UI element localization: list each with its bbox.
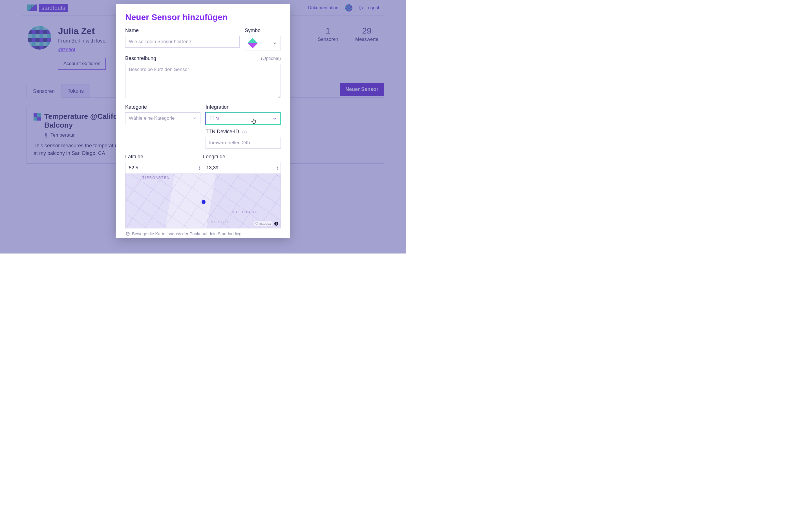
- info-icon[interactable]: i: [274, 222, 278, 226]
- category-placeholder: Wähle eine Kategorie: [129, 115, 175, 121]
- new-sensor-modal: Neuer Sensor hinzufügen Name Symbol Besc…: [116, 4, 290, 238]
- lon-input[interactable]: 13,39 ▴▾: [203, 162, 281, 174]
- device-id-label: TTN Device-ID ?: [206, 129, 247, 135]
- help-icon[interactable]: ?: [242, 130, 247, 134]
- map-hint: Bewege die Karte, sodass der Punkt auf d…: [125, 231, 281, 236]
- lat-input[interactable]: 52,5 ▴▾: [125, 162, 203, 174]
- location-map[interactable]: TIERGARTEN KREUZBERG Urbanstraße © mapbo…: [125, 174, 281, 228]
- field-integration: Integration TTN TTN Device-ID ?: [206, 104, 281, 149]
- integration-value: TTN: [209, 116, 219, 121]
- desc-label: Beschreibung: [125, 55, 156, 61]
- mapbox-badge[interactable]: © mapbox: [254, 221, 273, 226]
- stepper-icon[interactable]: ▴▾: [199, 166, 200, 170]
- symbol-swatch-icon: [248, 38, 258, 48]
- integration-select[interactable]: TTN: [206, 112, 281, 125]
- chevron-down-icon: [192, 116, 197, 121]
- field-name: Name: [125, 27, 240, 50]
- hand-icon: [125, 231, 130, 236]
- field-longitude: Longitude 13,39 ▴▾: [203, 154, 281, 174]
- lon-label: Longitude: [203, 154, 225, 160]
- device-id-input[interactable]: [206, 137, 281, 149]
- category-select[interactable]: Wähle eine Kategorie: [125, 112, 200, 124]
- symbol-label: Symbol: [245, 27, 262, 34]
- field-latitude: Latitude 52,5 ▴▾: [125, 154, 203, 174]
- map-pin-icon: [202, 200, 206, 204]
- modal-title: Neuer Sensor hinzufügen: [125, 12, 281, 22]
- chevron-down-icon: [272, 116, 277, 121]
- lat-label: Latitude: [125, 154, 143, 160]
- map-district-label: KREUZBERG: [232, 210, 258, 214]
- desc-textarea[interactable]: [125, 64, 281, 98]
- field-symbol: Symbol: [245, 27, 281, 50]
- symbol-select[interactable]: [245, 36, 281, 50]
- integration-label: Integration: [206, 104, 230, 110]
- map-district-label: TIERGARTEN: [142, 176, 170, 180]
- stepper-icon[interactable]: ▴▾: [276, 166, 278, 170]
- category-label: Kategorie: [125, 104, 147, 110]
- field-description: Beschreibung (Optional): [125, 55, 281, 99]
- name-input[interactable]: [125, 36, 240, 48]
- name-label: Name: [125, 27, 139, 34]
- desc-optional: (Optional): [261, 56, 281, 61]
- map-attribution: © mapbox i: [254, 221, 278, 226]
- chevron-down-icon: [273, 41, 277, 45]
- field-category: Kategorie Wähle eine Kategorie: [125, 104, 200, 149]
- map-street-label: Urbanstraße: [207, 220, 229, 223]
